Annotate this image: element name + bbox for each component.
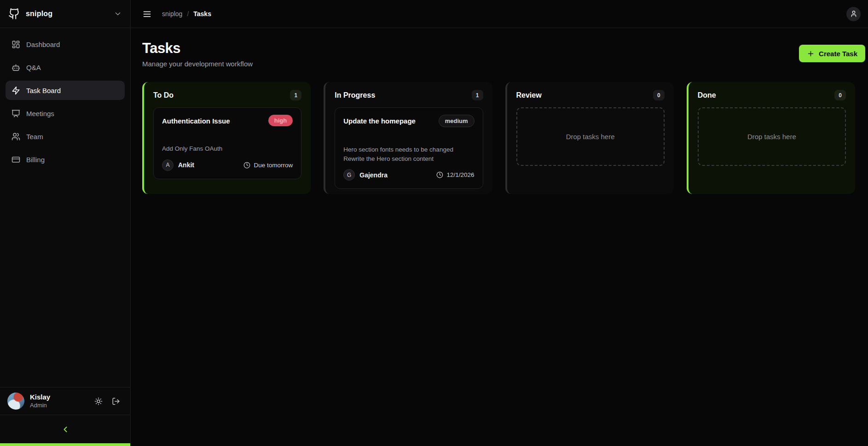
- sidebar-item-label: Dashboard: [26, 41, 60, 48]
- column-title: Review: [516, 91, 542, 100]
- zap-icon: [12, 86, 20, 95]
- user-icon: [850, 10, 857, 18]
- sidebar-item-meetings[interactable]: Meetings: [6, 104, 125, 123]
- workspace-name: sniplog: [26, 10, 108, 18]
- user-profile: Kislay Admin: [0, 387, 130, 415]
- page-header: Tasks Manage your development workflow C…: [131, 28, 868, 68]
- account-button[interactable]: [846, 7, 861, 21]
- dashboard-icon: [12, 40, 20, 49]
- page-title: Tasks: [142, 40, 253, 57]
- assignee-avatar: G: [343, 169, 355, 181]
- breadcrumb: sniplog / Tasks: [162, 10, 211, 18]
- assignee: G Gajendra: [343, 169, 388, 181]
- app-root: sniplog Dashboard Q&A Task Board Meeting…: [0, 0, 868, 446]
- assignee-name: Ankit: [178, 161, 194, 169]
- task-board: To Do 1 Authentication Issue high Add On…: [131, 68, 868, 194]
- users-icon: [12, 132, 20, 141]
- theme-toggle-sun-icon[interactable]: [94, 397, 103, 405]
- sidebar-footer: Kislay Admin: [0, 387, 130, 446]
- plus-icon: [807, 50, 815, 58]
- due-date-text: 12/1/2026: [446, 171, 474, 178]
- column-count-badge: 0: [834, 90, 846, 100]
- user-role: Admin: [30, 402, 89, 409]
- assignee-name: Gajendra: [359, 171, 388, 179]
- breadcrumb-separator: /: [187, 10, 189, 18]
- page-subtitle: Manage your development workflow: [142, 60, 253, 68]
- column-count-badge: 1: [290, 90, 301, 100]
- sidebar-item-qa[interactable]: Q&A: [6, 58, 125, 77]
- priority-badge-medium: medium: [439, 115, 475, 127]
- task-description: Hero section fonts needs to be changed R…: [343, 145, 474, 163]
- column-title: To Do: [153, 91, 174, 100]
- sidebar-item-label: Team: [26, 133, 43, 141]
- chevron-down-icon: [114, 10, 122, 18]
- breadcrumb-current: Tasks: [193, 10, 211, 18]
- column-title: Done: [698, 91, 716, 100]
- logout-icon[interactable]: [112, 397, 120, 405]
- sidebar: sniplog Dashboard Q&A Task Board Meeting…: [0, 0, 131, 446]
- credit-card-icon: [12, 155, 20, 164]
- task-description: Add Only Fans OAuth: [162, 144, 293, 153]
- chevron-left-icon: [61, 425, 70, 434]
- create-task-button[interactable]: Create Task: [799, 45, 865, 62]
- task-title: Update the homepage: [343, 115, 416, 125]
- sidebar-item-team[interactable]: Team: [6, 127, 125, 146]
- breadcrumb-workspace[interactable]: sniplog: [162, 10, 182, 18]
- avatar[interactable]: [7, 393, 24, 410]
- drop-zone-text: Drop tasks here: [566, 133, 615, 141]
- assignee: A Ankit: [162, 159, 194, 171]
- bot-icon: [12, 63, 20, 72]
- sidebar-item-label: Billing: [26, 156, 45, 164]
- due-date: Due tomorrow: [243, 162, 293, 169]
- sidebar-item-label: Meetings: [26, 110, 54, 117]
- drop-zone-text: Drop tasks here: [747, 133, 796, 141]
- create-task-label: Create Task: [819, 50, 857, 58]
- sidebar-item-billing[interactable]: Billing: [6, 150, 125, 169]
- github-logo-icon: [8, 8, 20, 20]
- workspace-switcher[interactable]: sniplog: [0, 0, 130, 28]
- task-card-authentication-issue[interactable]: Authentication Issue high Add Only Fans …: [153, 107, 301, 179]
- main-area: sniplog / Tasks Tasks Manage your develo…: [131, 0, 868, 446]
- column-review: Review 0 Drop tasks here: [505, 82, 674, 194]
- drop-zone[interactable]: Drop tasks here: [516, 107, 665, 166]
- column-todo: To Do 1 Authentication Issue high Add On…: [142, 82, 311, 194]
- task-card-update-homepage[interactable]: Update the homepage medium Hero section …: [335, 107, 483, 189]
- sidebar-item-label: Task Board: [26, 87, 61, 94]
- assignee-avatar: A: [162, 159, 174, 171]
- user-name: Kislay: [30, 393, 89, 402]
- due-date: 12/1/2026: [436, 171, 474, 178]
- menu-toggle-button[interactable]: [140, 7, 154, 21]
- sidebar-nav: Dashboard Q&A Task Board Meetings Team B…: [0, 28, 130, 176]
- sidebar-item-label: Q&A: [26, 64, 41, 71]
- task-title: Authentication Issue: [162, 115, 230, 125]
- sidebar-item-dashboard[interactable]: Dashboard: [6, 35, 125, 54]
- sidebar-collapse-button[interactable]: [0, 415, 130, 443]
- clock-icon: [243, 162, 250, 169]
- column-in-progress: In Progress 1 Update the homepage medium…: [324, 82, 492, 194]
- due-date-text: Due tomorrow: [254, 162, 293, 169]
- hamburger-icon: [142, 9, 152, 19]
- drop-zone[interactable]: Drop tasks here: [698, 107, 846, 166]
- column-count-badge: 0: [653, 90, 665, 100]
- clock-icon: [436, 171, 443, 178]
- top-bar: sniplog / Tasks: [131, 0, 868, 28]
- sidebar-item-task-board[interactable]: Task Board: [6, 81, 125, 100]
- priority-badge-high: high: [268, 115, 293, 126]
- presentation-icon: [12, 109, 20, 118]
- column-done: Done 0 Drop tasks here: [687, 82, 855, 194]
- sidebar-accent-bar: [0, 443, 130, 446]
- column-count-badge: 1: [472, 90, 483, 100]
- column-title: In Progress: [335, 91, 375, 100]
